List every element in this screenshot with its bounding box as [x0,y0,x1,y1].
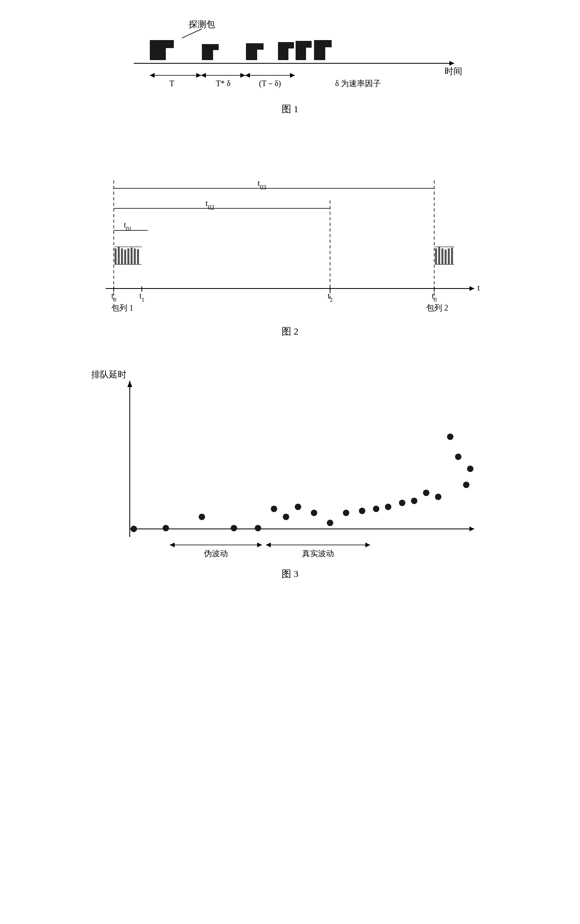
svg-rect-10 [296,41,312,48]
svg-point-74 [423,490,429,496]
svg-rect-43 [445,250,447,264]
svg-point-75 [435,494,441,500]
svg-rect-35 [131,248,133,264]
svg-marker-49 [469,286,474,291]
fig1-bracket-Tdelta: T* δ [216,79,231,88]
svg-point-76 [447,434,453,440]
fig3-title: 图 3 [282,569,298,579]
svg-point-59 [163,525,169,531]
svg-rect-6 [246,43,264,50]
svg-point-61 [231,525,237,531]
svg-rect-32 [121,248,123,264]
svg-rect-45 [451,248,453,264]
fig1-bracket-Tminus: (T－δ) [259,79,281,88]
svg-rect-40 [435,248,437,264]
svg-point-60 [199,514,205,520]
svg-marker-19 [201,73,206,78]
svg-marker-17 [196,73,201,78]
svg-point-69 [359,508,365,514]
svg-line-0 [182,29,202,38]
fig2-title: 图 2 [282,326,298,337]
svg-point-62 [255,525,261,531]
fig2-baolie2: 包列 2 [426,303,448,312]
svg-point-77 [455,454,461,460]
svg-point-66 [311,510,317,516]
fig2-t01: t01 [124,220,132,232]
svg-marker-22 [245,73,250,78]
svg-rect-30 [115,248,117,264]
svg-point-67 [327,520,333,526]
svg-rect-31 [118,247,120,264]
fig3-pseudo-label: 伪波动 [204,549,228,558]
svg-rect-12 [314,40,332,47]
svg-rect-34 [127,248,129,264]
fig2-t1: t1 [139,291,145,303]
svg-rect-44 [448,248,450,264]
svg-point-58 [131,526,137,532]
svg-point-70 [373,506,379,512]
svg-point-64 [283,514,289,520]
svg-marker-14 [449,61,454,66]
fig2-t03: t03 [258,178,266,191]
svg-marker-81 [170,543,175,547]
fig3-y-label: 排队延时 [91,369,127,379]
svg-point-73 [411,498,417,504]
fig1-title: 图 1 [282,104,298,114]
fig1-top-label: 探测包 [189,19,215,29]
fig1-delta-label: δ 为速率因子 [335,79,381,88]
fig1-time-label: 时间 [445,66,462,76]
svg-marker-55 [127,381,132,387]
svg-point-65 [295,504,301,510]
svg-rect-36 [134,248,136,264]
svg-point-71 [385,504,391,510]
svg-rect-8 [278,42,294,48]
figure3: 排队延时 [40,369,540,593]
svg-point-72 [399,500,405,506]
figure1: 探测包 [40,16,540,144]
svg-rect-37 [137,249,139,264]
svg-marker-23 [290,73,295,78]
svg-marker-85 [365,543,370,547]
svg-rect-42 [441,248,443,264]
svg-rect-2 [150,40,174,48]
svg-marker-20 [240,73,245,78]
fig1-bracket-T: T [169,79,174,88]
svg-marker-82 [257,543,262,547]
svg-rect-41 [438,247,440,264]
fig2-baolie1: 包列 1 [111,303,133,312]
figure2: t03 t02 t01 [40,168,540,345]
svg-rect-33 [124,250,126,264]
svg-point-63 [271,506,277,512]
svg-marker-57 [469,527,474,531]
svg-point-68 [343,510,349,516]
fig2-t-label: t [477,282,480,293]
svg-marker-16 [150,73,155,78]
svg-marker-84 [266,543,271,547]
svg-point-78 [463,482,469,488]
svg-point-79 [467,466,473,472]
svg-rect-4 [202,44,219,50]
fig3-real-label: 真实波动 [302,549,334,558]
fig2-t02: t02 [205,198,214,211]
